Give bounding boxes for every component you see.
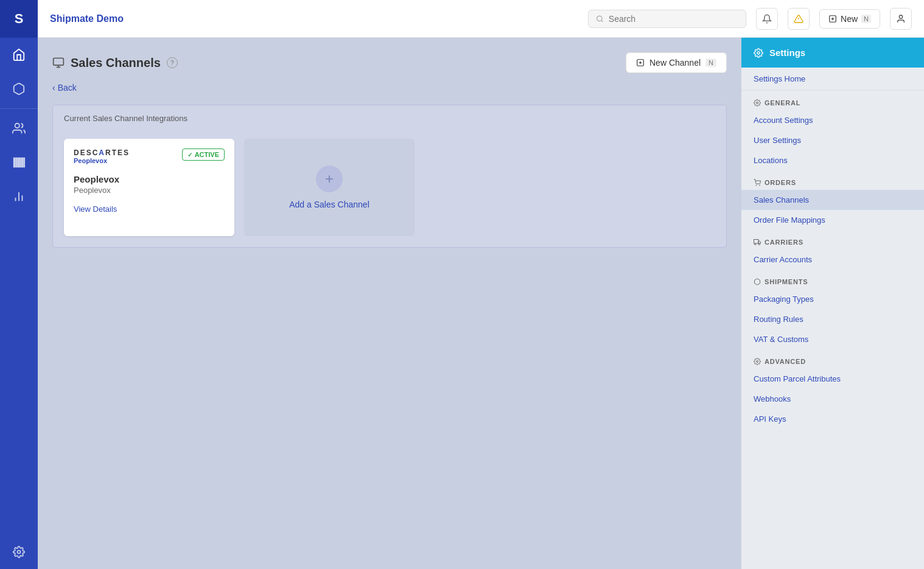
settings-link-account-settings[interactable]: Account Settings <box>741 110 924 130</box>
settings-link-custom-parcel-attributes[interactable]: Custom Parcel Attributes <box>741 369 924 389</box>
orders-header-label: ORDERS <box>765 179 796 186</box>
svg-marker-30 <box>758 241 761 243</box>
svg-rect-3 <box>18 158 19 167</box>
settings-link-user-settings[interactable]: User Settings <box>741 130 924 150</box>
settings-link-routing-rules[interactable]: Routing Rules <box>741 309 924 329</box>
users-icon <box>12 122 26 135</box>
carriers-header-label: CARRIERS <box>765 239 803 246</box>
new-icon <box>828 15 837 23</box>
svg-point-27 <box>756 185 757 186</box>
content-wrapper: Sales Channels ? New Channel N ‹ Back <box>38 38 924 569</box>
channel-subtitle: Peoplevox <box>74 186 225 195</box>
integrations-box: Current Sales Channel Integrations DESCA… <box>52 105 727 248</box>
shipments-header-label: SHIPMENTS <box>765 278 808 285</box>
notifications-button[interactable] <box>756 8 778 30</box>
svg-rect-29 <box>754 240 759 244</box>
box-icon <box>12 82 26 96</box>
peoplevox-sub-logo: Peoplevox <box>74 157 130 164</box>
new-button[interactable]: New N <box>819 9 880 29</box>
svg-point-11 <box>597 16 603 21</box>
new-channel-shortcut: N <box>705 58 716 67</box>
chart-icon <box>12 190 26 203</box>
main-area: Shipmate Demo New N Sales Chan <box>38 0 924 569</box>
svg-line-12 <box>601 20 603 21</box>
new-shortcut: N <box>861 15 871 23</box>
active-badge: ACTIVE <box>182 148 225 161</box>
add-channel-card[interactable]: + Add a Sales Channel <box>244 139 415 236</box>
svg-rect-5 <box>22 158 23 167</box>
home-icon <box>12 48 26 61</box>
sidebar-item-scan[interactable] <box>0 145 38 180</box>
settings-link-locations[interactable]: Locations <box>741 150 924 170</box>
page-title: Sales Channels <box>71 56 161 70</box>
svg-point-33 <box>757 361 758 363</box>
sidebar-item-shipments[interactable] <box>0 72 38 106</box>
active-label: ACTIVE <box>195 151 219 158</box>
settings-link-carrier-accounts[interactable]: Carrier Accounts <box>741 250 924 270</box>
settings-section-shipments: SHIPMENTS <box>741 270 924 289</box>
user-avatar-button[interactable] <box>890 8 912 30</box>
svg-point-25 <box>757 52 760 54</box>
svg-point-18 <box>899 15 902 18</box>
settings-link-api-keys[interactable]: API Keys <box>741 409 924 429</box>
svg-rect-4 <box>20 158 21 167</box>
add-channel-label: Add a Sales Channel <box>289 200 369 209</box>
settings-panel: Settings Settings Home GENERAL Account S… <box>741 38 924 569</box>
back-arrow: ‹ <box>52 83 55 93</box>
svg-point-31 <box>755 243 757 245</box>
sidebar-item-home[interactable] <box>0 38 38 72</box>
logo-letter: S <box>15 11 24 27</box>
settings-header-icon <box>754 48 763 58</box>
user-icon <box>896 14 906 24</box>
settings-section-advanced: ADVANCED <box>741 349 924 369</box>
settings-link-vat-customs[interactable]: VAT & Customs <box>741 329 924 349</box>
view-details-link[interactable]: View Details <box>74 204 117 214</box>
channel-name: Peoplevox <box>74 174 225 184</box>
svg-point-10 <box>18 551 21 554</box>
svg-rect-2 <box>16 158 16 167</box>
svg-rect-1 <box>14 158 15 167</box>
svg-point-28 <box>760 185 760 186</box>
sidebar: S <box>0 0 38 569</box>
settings-link-webhooks[interactable]: Webhooks <box>741 389 924 409</box>
help-button[interactable]: ? <box>167 57 178 68</box>
app-logo[interactable]: S <box>0 0 38 38</box>
settings-link-order-file-mappings[interactable]: Order File Mappings <box>741 210 924 230</box>
integrations-header: Current Sales Channel Integrations <box>53 105 726 131</box>
settings-home-link[interactable]: Settings Home <box>741 68 924 91</box>
advanced-icon <box>754 358 761 365</box>
general-icon <box>754 99 761 106</box>
sidebar-item-reports[interactable] <box>0 180 38 214</box>
sidebar-item-settings[interactable] <box>0 535 38 569</box>
channel-logo: DESCARTES Peoplevox <box>74 148 130 164</box>
new-channel-icon <box>636 58 645 67</box>
add-channel-plus-icon: + <box>316 166 343 192</box>
sidebar-divider <box>0 108 38 109</box>
search-input[interactable] <box>609 14 738 24</box>
header: Shipmate Demo New N <box>38 0 924 38</box>
integrations-grid: DESCARTES Peoplevox ACTIVE Peoplevox Peo… <box>53 131 726 247</box>
back-label: Back <box>58 83 77 93</box>
svg-point-0 <box>15 124 19 128</box>
new-channel-button[interactable]: New Channel N <box>626 52 727 73</box>
settings-icon <box>13 546 25 558</box>
sidebar-item-contacts[interactable] <box>0 111 38 145</box>
help-label: ? <box>170 59 174 66</box>
advanced-header-label: ADVANCED <box>765 358 806 365</box>
search-icon <box>596 15 604 23</box>
settings-section-orders: ORDERS <box>741 170 924 190</box>
search-box[interactable] <box>588 10 746 28</box>
settings-panel-header: Settings <box>741 38 924 68</box>
svg-rect-6 <box>24 158 24 167</box>
breadcrumb[interactable]: ‹ Back <box>52 83 727 93</box>
channel-card-peoplevox: DESCARTES Peoplevox ACTIVE Peoplevox Peo… <box>64 139 234 236</box>
settings-link-sales-channels[interactable]: Sales Channels <box>741 190 924 210</box>
new-label: New <box>841 14 858 24</box>
sales-channels-icon <box>52 57 65 69</box>
new-channel-label: New Channel <box>649 58 701 68</box>
warnings-button[interactable] <box>788 8 810 30</box>
page-content: Sales Channels ? New Channel N ‹ Back <box>38 38 741 569</box>
settings-link-packaging-types[interactable]: Packaging Types <box>741 289 924 309</box>
bell-icon <box>762 14 772 24</box>
settings-section-general: GENERAL <box>741 91 924 110</box>
